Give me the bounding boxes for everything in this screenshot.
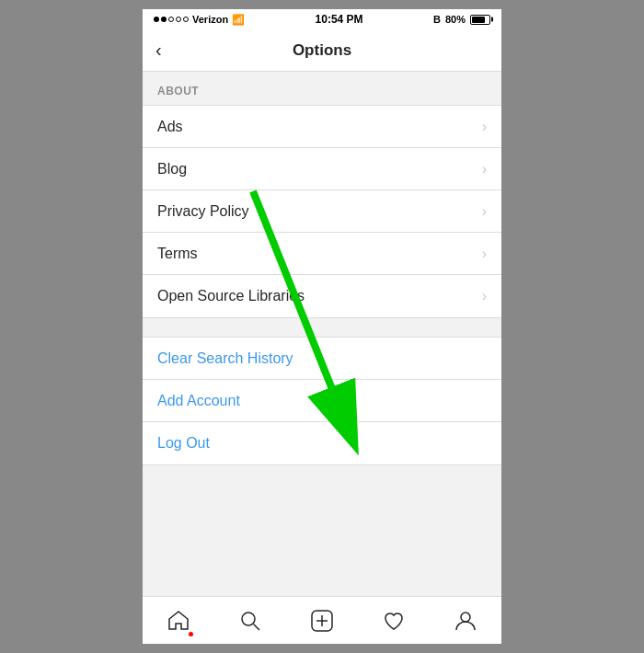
tab-home[interactable] (143, 597, 214, 644)
add-account-label: Add Account (157, 393, 240, 409)
signal-dot-1 (154, 17, 159, 22)
menu-item-opensource-label: Open Source Libraries (157, 288, 305, 304)
signal-dot-4 (176, 17, 181, 22)
clear-search-history-button[interactable]: Clear Search History (143, 338, 501, 380)
tab-add[interactable] (286, 597, 358, 644)
menu-item-blog-label: Blog (157, 161, 187, 178)
tab-bar (143, 596, 501, 644)
menu-item-blog[interactable]: Blog › (143, 148, 501, 190)
menu-item-open-source[interactable]: Open Source Libraries › (143, 275, 501, 317)
add-icon (310, 609, 334, 633)
signal-dot-3 (168, 17, 174, 22)
menu-item-terms[interactable]: Terms › (143, 233, 501, 275)
battery-fill (472, 17, 485, 23)
signal-dots (154, 17, 189, 22)
phone-container: Verizon 📶 10:54 PM B 80% ‹ Options (143, 9, 501, 644)
chevron-icon-terms: › (482, 246, 487, 262)
battery-icon (470, 15, 490, 25)
status-bar: Verizon 📶 10:54 PM B 80% (143, 9, 501, 29)
about-menu-group: Ads › Blog › Privacy Policy › Terms › Op… (143, 105, 501, 318)
log-out-button[interactable]: Log Out (143, 422, 501, 464)
log-out-label: Log Out (157, 435, 210, 452)
tab-profile[interactable] (430, 597, 501, 644)
nav-bar: ‹ Options (143, 29, 501, 72)
wifi-icon: 📶 (232, 14, 245, 26)
battery-body (470, 15, 490, 25)
signal-dot-2 (161, 17, 167, 22)
svg-line-3 (254, 624, 260, 630)
back-button[interactable]: ‹ (155, 40, 162, 61)
home-icon (167, 609, 190, 633)
chevron-icon-opensource: › (482, 288, 487, 304)
status-right: B 80% (433, 14, 490, 25)
menu-item-terms-label: Terms (157, 246, 198, 262)
bluetooth-icon: B (433, 14, 441, 25)
profile-icon (454, 609, 477, 633)
content-area: ABOUT Ads › Blog › Privacy Policy › Term… (143, 72, 501, 596)
chevron-icon-ads: › (482, 119, 487, 135)
action-menu-group: Clear Search History Add Account Log Out (143, 337, 501, 465)
menu-item-ads[interactable]: Ads › (143, 106, 501, 148)
svg-point-7 (461, 613, 470, 622)
carrier-label: Verizon (192, 14, 228, 25)
tab-search[interactable] (214, 597, 286, 644)
clear-search-history-label: Clear Search History (157, 350, 293, 367)
add-account-button[interactable]: Add Account (143, 380, 501, 422)
heart-icon (382, 609, 406, 633)
svg-point-2 (242, 613, 255, 625)
page-title: Options (293, 41, 351, 60)
home-notification-dot (189, 632, 193, 636)
menu-item-privacy-policy[interactable]: Privacy Policy › (143, 190, 501, 233)
menu-item-privacy-label: Privacy Policy (157, 203, 249, 220)
search-icon (238, 609, 262, 633)
signal-dot-5 (183, 17, 189, 22)
chevron-icon-privacy: › (482, 203, 487, 220)
chevron-icon-blog: › (482, 161, 487, 178)
status-time: 10:54 PM (316, 13, 363, 26)
tab-heart[interactable] (358, 597, 430, 644)
battery-percentage: 80% (445, 14, 466, 25)
about-section-header: ABOUT (143, 72, 501, 105)
menu-item-ads-label: Ads (157, 119, 183, 135)
status-left: Verizon 📶 (154, 14, 245, 26)
